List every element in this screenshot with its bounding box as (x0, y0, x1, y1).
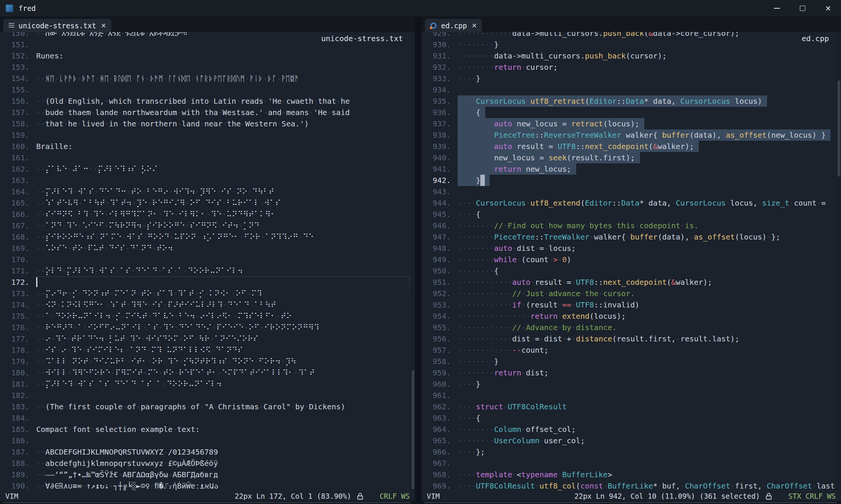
code-line[interactable]: 948.········auto·dist·=·locus; (421, 243, 841, 254)
line-content[interactable]: ····template·<typename·BufferLike> (458, 469, 841, 480)
code-line[interactable]: 172. (0, 277, 415, 288)
code-line[interactable]: 949.········while·(count·>·0) (421, 254, 841, 265)
line-content[interactable]: Braille: (36, 141, 415, 152)
left-editor[interactable]: 150.··ሰው·እንደቤቱ·እንጅ·እንደ·ጉረቤቱ·አይተዳደርም።151.… (0, 32, 415, 491)
maximize-button[interactable] (790, 0, 815, 17)
code-line[interactable]: 189.··–—‘“”„†•…‰™œŠŸž€·ΑΒΓΔΩαβγδω·АБВГДа… (0, 469, 415, 480)
code-line[interactable]: 188.··abcdefghijklmnopqrstuvwxyz·£©µÀÆÖÞ… (0, 458, 415, 469)
line-content[interactable] (458, 84, 841, 95)
code-line[interactable]: 967. (421, 458, 841, 469)
code-line[interactable]: 961. (421, 390, 841, 401)
line-content[interactable]: ····} (458, 73, 841, 84)
right-editor[interactable]: 929.············data->multi_cursors.push… (421, 32, 841, 491)
line-content[interactable]: ········return·new_locus; (458, 163, 841, 175)
line-content[interactable]: ········data->multi_cursors.push_back(cu… (458, 50, 841, 61)
line-content[interactable]: ··(The·first·couple·of·paragraphs·of·"A·… (36, 401, 415, 412)
code-line[interactable]: 187.··ABCDEFGHIJKLMNOPQRSTUVWXYZ·/012345… (0, 446, 415, 458)
line-content[interactable]: ········UserColumn·user_col; (458, 435, 841, 446)
line-content[interactable]: ········return·dist; (458, 367, 841, 378)
code-line[interactable]: 952.············//·Just·advance·the·curs… (421, 288, 841, 299)
code-line[interactable]: 960.····} (421, 378, 841, 390)
line-content[interactable] (36, 61, 415, 73)
line-content[interactable]: ··∀∂∈ℝ∧∪≡∞·↑↗↨↻⇣·┐┼╔╘░►☺♀·ﬁ�⑀₂ἠḂӥẄɐː⍎אԱა (36, 480, 415, 491)
code-line[interactable]: 154.··ᚻᛖ·ᚳᚹᚫᚦ·ᚦᚫᛏ·ᚻᛖ·ᛒᚢᛞᛖ·ᚩᚾ·ᚦᚫᛗ·ᛚᚪᚾᛞᛖ·ᚾ… (0, 73, 415, 84)
line-content[interactable]: ····UTF8ColResult·utf8_col(const·BufferL… (458, 480, 841, 491)
line-content[interactable] (36, 175, 415, 186)
line-content[interactable]: ··⡎⠊⠗⠕⠕⠛⠑⠰⠎·⠝⠁⠍⠑·⠺⠁⠎·⠛⠕⠕⠙·⠥⠏⠕⠝·⠰⡡⠁⠝⠛⠑⠂·⠋… (36, 231, 415, 243)
line-content[interactable]: ··⠎⠊⠛⠝⠫·⠃⠹·⠹⠑·⠊⠇⠻⠛⠹⠍⠁⠝⠂·⠹⠑·⠊⠇⠻⠅⠂·⠹⠑·⠥⠝⠙⠻… (36, 209, 415, 220)
code-line[interactable]: 169.··⠡⠕⠎⠑·⠞⠕·⠏⠥⠞·⠙⠊⠎·⠙⠁⠝⠙·⠞⠕⠲ (0, 243, 415, 254)
code-line[interactable]: 180.··⠺⠊⠇⠇·⠹⠻⠑⠋⠕⠗⠑·⠏⠻⠍⠊⠞·⠍⠑·⠞⠕·⠗⠑⠏⠑⠁⠞⠂·⠑… (0, 367, 415, 378)
code-line[interactable]: 957.············--count; (421, 344, 841, 356)
code-line[interactable]: 929.············data->multi_cursors.push… (421, 32, 841, 39)
close-button[interactable]: × (815, 0, 841, 17)
code-line[interactable]: 954.················return·extend(locus)… (421, 310, 841, 322)
line-content[interactable]: ··that·he·lived·in·the·northern·land·nea… (36, 118, 415, 129)
code-line[interactable]: 176.··⠗⠑⠛⠜⠙·⠁·⠊⠕⠋⠋⠔⠤⠝⠁⠊⠇·⠁⠎·⠹⠑·⠙⠑⠁⠙⠑⠌·⠏⠊… (0, 322, 415, 333)
code-line[interactable]: 168.··⡎⠊⠗⠕⠕⠛⠑⠰⠎·⠝⠁⠍⠑·⠺⠁⠎·⠛⠕⠕⠙·⠥⠏⠕⠝·⠰⡡⠁⠝⠛… (0, 231, 415, 243)
line-content[interactable]: ········auto·result·=·UTF8::next_codepoi… (458, 141, 841, 152)
line-content[interactable] (36, 254, 415, 265)
code-line[interactable]: 931.········data->multi_cursors.push_bac… (421, 50, 841, 61)
line-content[interactable]: ··ABCDEFGHIJKLMNOPQRSTUVWXYZ·/0123456789 (36, 446, 415, 458)
line-content[interactable]: ····}; (458, 446, 841, 458)
tab-close-icon[interactable]: ✕ (472, 22, 477, 29)
code-line[interactable]: 190.··∀∂∈ℝ∧∪≡∞·↑↗↨↻⇣·┐┼╔╘░►☺♀·ﬁ�⑀₂ἠḂӥẄɐː… (0, 480, 415, 491)
line-content[interactable]: ············//·Just·advance·the·cursor. (458, 288, 841, 299)
line-content[interactable]: ············--count; (458, 344, 841, 356)
horizontal-scrollbar-strip[interactable] (0, 501, 841, 504)
line-content[interactable]: ········auto·dist·=·locus; (458, 243, 841, 254)
line-content[interactable]: ··⠱⠁⠞⠑⠧⠻·⠁⠃⠳⠞·⠹⠁⠞⠲·⡹⠑·⠗⠑⠛⠊⠌⠻·⠕⠋·⠙⠊⠎·⠃⠥⠗⠊… (36, 197, 415, 209)
line-content[interactable]: ··ᚻᛖ·ᚳᚹᚫᚦ·ᚦᚫᛏ·ᚻᛖ·ᛒᚢᛞᛖ·ᚩᚾ·ᚦᚫᛗ·ᛚᚪᚾᛞᛖ·ᚾᚩᚱᚦᚹ… (36, 73, 415, 84)
line-content[interactable]: ········return·cursor; (458, 61, 841, 73)
code-line[interactable]: 930.········} (421, 39, 841, 50)
line-content[interactable]: ··⠔·⠹⠑·⠞⠗⠁⠙⠑⠲·⡃⠥⠞·⠹⠑·⠺⠊⠎⠙⠕⠍·⠕⠋·⠳⠗·⠁⠝⠊⠑⠌⠕… (36, 333, 415, 344)
code-line[interactable]: 943. (421, 186, 841, 197)
line-content[interactable]: ········PieceTree::ReverseTreeWalker·wal… (458, 129, 841, 141)
code-line[interactable]: 958.········} (421, 356, 841, 367)
code-line[interactable]: 953.············if·(result·==·UTF8::inva… (421, 299, 841, 310)
code-line[interactable]: 179.··⠩⠁⠇⠇·⠝⠕⠞·⠙⠊⠌⠥⠗⠃·⠊⠞⠂·⠕⠗·⠹⠑·⡊⠳⠝⠞⠗⠹⠰⠎… (0, 356, 415, 367)
code-line[interactable]: 165.··⠱⠁⠞⠑⠧⠻·⠁⠃⠳⠞·⠹⠁⠞⠲·⡹⠑·⠗⠑⠛⠊⠌⠻·⠕⠋·⠙⠊⠎·… (0, 197, 415, 209)
pane-divider[interactable] (415, 17, 421, 501)
code-line[interactable]: 158.··that·he·lived·in·the·northern·land… (0, 118, 415, 129)
code-line[interactable]: 185.Compact·font·selection·example·text: (0, 424, 415, 435)
code-line[interactable]: 166.··⠎⠊⠛⠝⠫·⠃⠹·⠹⠑·⠊⠇⠻⠛⠹⠍⠁⠝⠂·⠹⠑·⠊⠇⠻⠅⠂·⠹⠑·… (0, 209, 415, 220)
code-line[interactable]: 939.········auto·result·=·UTF8::next_cod… (421, 141, 841, 152)
code-line[interactable]: 163. (0, 175, 415, 186)
code-line[interactable]: 174.··⠪⠝·⠅⠝⠪⠇⠫⠛⠑⠂·⠱⠁⠞·⠹⠻⠑·⠊⠎·⠏⠜⠞⠊⠊⠥⠇⠜⠇⠹·… (0, 299, 415, 310)
line-content[interactable]: ··⠡⠕⠎⠑·⠞⠕·⠏⠥⠞·⠙⠊⠎·⠙⠁⠝⠙·⠞⠕⠲ (36, 243, 415, 254)
code-line[interactable]: 940.········new_locus·=·seek(result.firs… (421, 152, 841, 163)
line-content[interactable]: ··⡍⠔⠙⠖·⡊·⠙⠕⠝⠰⠞·⠍⠑⠁⠝·⠞⠕·⠎⠁⠹·⠹⠁⠞·⡊·⠅⠝⠪⠂·⠕⠋… (36, 288, 415, 299)
line-content[interactable]: Runes: (36, 50, 415, 61)
right-vertical-scrollbar[interactable] (837, 32, 841, 491)
line-content[interactable]: ····} (458, 378, 841, 390)
line-content[interactable] (458, 390, 841, 401)
code-line[interactable]: 152.Runes: (0, 50, 415, 61)
code-line[interactable]: 181.··⡍⠜⠇⠑⠹·⠺⠁⠎·⠁⠎·⠙⠑⠁⠙·⠁⠎·⠁·⠙⠕⠕⠗⠤⠝⠁⠊⠇⠲ (0, 378, 415, 390)
code-line[interactable]: 159. (0, 129, 415, 141)
line-content[interactable]: ··⠗⠑⠛⠜⠙·⠁·⠊⠕⠋⠋⠔⠤⠝⠁⠊⠇·⠁⠎·⠹⠑·⠙⠑⠁⠙⠑⠌·⠏⠊⠑⠊⠑·… (36, 322, 415, 333)
line-content[interactable] (36, 152, 415, 163)
tab-close-icon[interactable]: ✕ (101, 22, 106, 29)
code-line[interactable]: 186. (0, 435, 415, 446)
code-line[interactable]: 184. (0, 412, 415, 424)
code-line[interactable]: 956.············dist·=·dist·+·distance(r… (421, 333, 841, 344)
code-line[interactable]: 173.··⡍⠔⠙⠖·⡊·⠙⠕⠝⠰⠞·⠍⠑⠁⠝·⠞⠕·⠎⠁⠹·⠹⠁⠞·⡊·⠅⠝⠪… (0, 288, 415, 299)
code-line[interactable]: 156.··(Old·English,·which·transcribed·in… (0, 95, 415, 107)
code-line[interactable]: 183.··(The·first·couple·of·paragraphs·of… (0, 401, 415, 412)
code-line[interactable]: 959.········return·dist; (421, 367, 841, 378)
code-line[interactable]: 182. (0, 390, 415, 401)
code-line[interactable]: 941.········return·new_locus; (421, 163, 841, 175)
line-content[interactable]: ················return·extend(locus); (458, 310, 841, 322)
code-line[interactable]: 161. (0, 152, 415, 163)
code-line[interactable]: 966.····}; (421, 446, 841, 458)
line-content[interactable]: ··⠁·⠙⠕⠕⠗⠤⠝⠁⠊⠇⠲·⡊·⠍⠊⠣⠞·⠙⠁⠧⠑·⠃⠑⠲·⠔⠊⠇⠔⠫⠂·⠍⠹… (36, 310, 415, 322)
line-content[interactable]: Compact·font·selection·example·text: (36, 424, 415, 435)
line-content[interactable] (36, 84, 415, 95)
scrollbar-thumb[interactable] (838, 80, 840, 177)
line-content[interactable]: ····{ (458, 412, 841, 424)
line-content[interactable]: ··⠪⠝·⠅⠝⠪⠇⠫⠛⠑⠂·⠱⠁⠞·⠹⠻⠑·⠊⠎·⠏⠜⠞⠊⠊⠥⠇⠜⠇⠹·⠙⠑⠁⠙… (36, 299, 415, 310)
code-line[interactable]: 178.··⠊⠎·⠔·⠹⠑·⠎⠊⠍⠊⠇⠑⠆·⠁⠝⠙·⠍⠹·⠥⠝⠙⠁⠇⠇⠪⠫·⠙⠁… (0, 344, 415, 356)
line-content[interactable]: ····{ (458, 209, 841, 220)
